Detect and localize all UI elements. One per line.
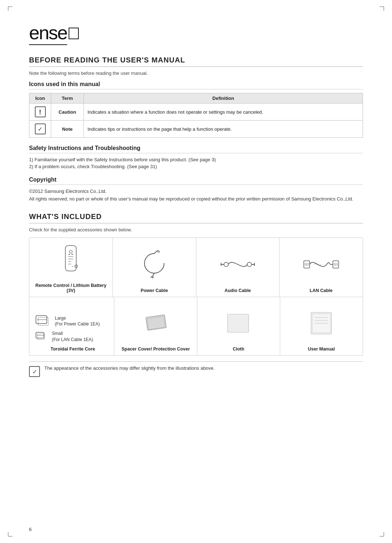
- svg-rect-0: [65, 246, 76, 271]
- svg-line-12: [152, 277, 154, 278]
- toroidal-ferrite-cell: Large (For Power Cable 1EA) Small (For: [29, 297, 114, 355]
- svg-point-18: [247, 262, 252, 267]
- list-item: 2) If a problem occurs, check Troublesho…: [29, 164, 363, 169]
- before-reading-description: Note the following terms before reading …: [29, 70, 363, 76]
- spacer-cover-img: [118, 303, 193, 344]
- safety-list: 1) Familiarise yourself with the Safety …: [29, 157, 363, 169]
- col-term: Term: [51, 93, 84, 104]
- safety-section: Safety Instructions and Troubleshooting …: [29, 145, 363, 169]
- toroidal-large-text: Large (For Power Cable 1EA): [55, 315, 100, 328]
- user-manual-label: User Manual: [308, 347, 335, 352]
- spacer-cover-icon: [141, 309, 170, 338]
- note-footer-icon: [29, 366, 40, 377]
- audio-cable-label: Audio Cable: [224, 288, 251, 293]
- corner-mark-tr: [380, 7, 384, 11]
- copyright-subtitle: Copyright: [29, 177, 363, 185]
- col-icon: Icon: [29, 93, 51, 104]
- user-manual-img: [284, 303, 359, 344]
- caution-term: Caution: [51, 104, 84, 121]
- note-icon-cell: [29, 121, 51, 138]
- power-cable-icon: [138, 248, 171, 281]
- whats-included-description: Check for the supplied accessories shown…: [29, 227, 363, 232]
- spacer-cover-label: Spacer Cover/ Protection Cover: [122, 347, 190, 352]
- power-cable-cell: Power Cable: [113, 238, 196, 297]
- corner-mark-bl: [8, 532, 12, 536]
- cloth-label: Cloth: [233, 347, 244, 352]
- footer-note: The appearance of the accessories may di…: [29, 361, 363, 377]
- audio-cable-cell: Audio Cable: [196, 238, 280, 297]
- note-definition: Indicates tips or instructions on the pa…: [84, 121, 363, 138]
- lan-cable-icon: [303, 250, 339, 279]
- before-reading-title: BEFORE READING THE USER'S MANUAL: [29, 56, 363, 67]
- user-manual-icon: [307, 309, 336, 338]
- audio-cable-icon: [220, 250, 256, 279]
- svg-point-15: [224, 262, 228, 267]
- remote-control-img: [33, 244, 109, 280]
- toroidal-small-icon: [35, 331, 48, 343]
- caution-icon-cell: !: [29, 104, 51, 121]
- accessories-row-2: Large (For Power Cable 1EA) Small (For: [29, 297, 363, 355]
- cloth-icon: [224, 311, 253, 336]
- whats-included-title: WHAT'S INCLUDED: [29, 212, 363, 223]
- svg-point-1: [69, 250, 72, 253]
- toroidal-ferrite-label: Toroidal Ferrite Core: [50, 347, 95, 352]
- lan-cable-cell: LAN Cable: [279, 238, 363, 297]
- lan-cable-img: [283, 244, 359, 285]
- accessories-row-1: Remote Control / Lithium Battery (3V): [29, 238, 363, 297]
- logo-area: ense: [29, 22, 363, 45]
- table-row: ! Caution Indicates a situation where a …: [29, 104, 363, 121]
- toroidal-large-icon: [35, 314, 51, 328]
- accessories-grid: Remote Control / Lithium Battery (3V): [29, 238, 363, 356]
- toroidal-small-text: Small (For LAN Cable 1EA): [52, 331, 93, 343]
- col-definition: Definition: [84, 93, 363, 104]
- note-icon: [35, 123, 46, 134]
- remote-control-cell: Remote Control / Lithium Battery (3V): [29, 238, 113, 297]
- cloth-cell: Cloth: [197, 297, 280, 355]
- icons-table: Icon Term Definition ! Caution Indicates…: [29, 93, 363, 138]
- note-icon-footer: [29, 366, 40, 377]
- svg-rect-36: [228, 314, 249, 332]
- power-cable-label: Power Cable: [141, 288, 168, 293]
- footer-note-text: The appearance of the accessories may di…: [44, 365, 215, 371]
- copyright-line-2: All rights reserved; no part or whole of…: [29, 196, 363, 202]
- lan-cable-label: LAN Cable: [310, 288, 332, 293]
- list-item: 1) Familiarise yourself with the Safety …: [29, 157, 363, 162]
- logo-text: ense: [29, 22, 67, 45]
- user-manual-cell: User Manual: [280, 297, 363, 355]
- before-reading-section: BEFORE READING THE USER'S MANUAL Note th…: [29, 56, 363, 202]
- safety-subtitle: Safety Instructions and Troubleshooting: [29, 145, 363, 153]
- remote-control-label: Remote Control / Lithium Battery (3V): [33, 283, 109, 293]
- logo-box: [69, 28, 79, 39]
- power-cable-img: [117, 244, 192, 285]
- toroidal-small-sub: Small (For LAN Cable 1EA): [35, 331, 93, 343]
- page-number: 6: [29, 527, 32, 532]
- remote-control-icon: [58, 244, 83, 280]
- svg-line-14: [158, 252, 160, 252]
- svg-line-13: [157, 251, 159, 251]
- corner-mark-tl: [8, 7, 12, 11]
- copyright-section: Copyright ©2012 Samsung Electronics Co.,…: [29, 177, 363, 202]
- table-row: Note Indicates tips or instructions on t…: [29, 121, 363, 138]
- svg-line-11: [151, 276, 152, 277]
- svg-rect-34: [146, 315, 167, 331]
- svg-point-9: [75, 266, 77, 267]
- note-term: Note: [51, 121, 84, 138]
- spacer-cover-cell: Spacer Cover/ Protection Cover: [114, 297, 197, 355]
- toroidal-large-sub: Large (For Power Cable 1EA): [35, 314, 100, 328]
- cloth-img: [201, 303, 276, 344]
- svg-rect-7: [72, 254, 73, 255]
- icons-subtitle: Icons used in this manual: [29, 81, 363, 89]
- icons-section: Icons used in this manual Icon Term Defi…: [29, 81, 363, 138]
- caution-icon: !: [35, 106, 46, 117]
- corner-mark-br: [380, 532, 384, 536]
- svg-rect-6: [69, 254, 70, 255]
- copyright-line-1: ©2012 Samsung Electronics Co.,Ltd.: [29, 189, 363, 194]
- whats-included-section: WHAT'S INCLUDED Check for the supplied a…: [29, 212, 363, 377]
- caution-definition: Indicates a situation where a function d…: [84, 104, 363, 121]
- audio-cable-img: [200, 244, 276, 285]
